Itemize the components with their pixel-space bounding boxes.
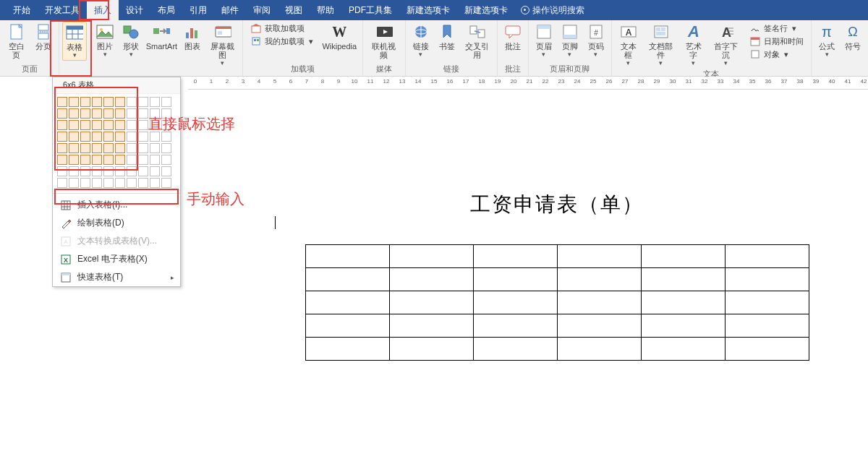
- grid-cell[interactable]: [103, 108, 114, 119]
- grid-cell[interactable]: [115, 132, 125, 142]
- grid-cell[interactable]: [150, 166, 160, 176]
- tell-me[interactable]: 操作说明搜索: [515, 4, 590, 17]
- tab-custom2[interactable]: 新建选项卡: [457, 0, 515, 20]
- grid-cell[interactable]: [150, 132, 160, 142]
- grid-cell[interactable]: [115, 120, 125, 130]
- textbox-button[interactable]: A 文本框 ▾: [615, 22, 642, 68]
- footer-button[interactable]: 页脚 ▾: [558, 22, 582, 59]
- my-addins-button[interactable]: 我的加载项 ▾: [246, 35, 318, 48]
- grid-cell[interactable]: [57, 155, 67, 165]
- grid-cell[interactable]: [150, 143, 160, 153]
- table-split-button[interactable]: 表格 ▾: [62, 22, 87, 61]
- table-cell[interactable]: [473, 314, 557, 338]
- grid-cell[interactable]: [92, 166, 102, 176]
- table-cell[interactable]: [641, 338, 725, 361]
- grid-cell[interactable]: [150, 178, 160, 188]
- grid-cell[interactable]: [57, 132, 67, 142]
- grid-cell[interactable]: [80, 108, 90, 119]
- grid-cell[interactable]: [92, 132, 102, 142]
- symbol-button[interactable]: Ω 符号: [841, 22, 865, 52]
- dropcap-button[interactable]: A 首字下沉 ▾: [709, 22, 744, 68]
- wordart-button[interactable]: A 艺术字 ▾: [680, 22, 707, 68]
- excel-spreadsheet-menu-item[interactable]: X Excel 电子表格(X): [53, 250, 180, 268]
- tab-developer[interactable]: 开发工具: [38, 0, 87, 20]
- grid-cell[interactable]: [103, 97, 114, 107]
- table-cell[interactable]: [725, 291, 809, 314]
- tab-mailings[interactable]: 邮件: [214, 0, 246, 20]
- grid-cell[interactable]: [57, 97, 67, 107]
- table-cell[interactable]: [641, 245, 725, 268]
- grid-cell[interactable]: [103, 166, 114, 176]
- grid-cell[interactable]: [127, 143, 137, 153]
- grid-cell[interactable]: [138, 166, 148, 176]
- grid-cell[interactable]: [69, 166, 79, 176]
- grid-cell[interactable]: [69, 97, 79, 107]
- table-grid-picker[interactable]: [53, 94, 180, 191]
- grid-cell[interactable]: [138, 178, 148, 188]
- table-cell[interactable]: [305, 245, 389, 268]
- grid-cell[interactable]: [161, 132, 171, 142]
- table-cell[interactable]: [389, 245, 473, 268]
- table-cell[interactable]: [389, 268, 473, 291]
- tab-references[interactable]: 引用: [182, 0, 214, 20]
- document-page[interactable]: 工资申请表（单）: [275, 191, 839, 361]
- table-cell[interactable]: [557, 338, 641, 361]
- blank-page-button[interactable]: 空白页: [3, 22, 30, 61]
- tab-insert[interactable]: 插入: [87, 0, 119, 20]
- grid-cell[interactable]: [115, 166, 125, 176]
- table-cell[interactable]: [389, 314, 473, 338]
- grid-cell[interactable]: [138, 143, 148, 153]
- grid-cell[interactable]: [80, 178, 90, 188]
- grid-cell[interactable]: [69, 143, 79, 153]
- link-button[interactable]: 链接 ▾: [409, 22, 433, 59]
- horizontal-ruler[interactable]: 0123456789101112131415161718192021222324…: [188, 77, 868, 90]
- grid-cell[interactable]: [80, 143, 90, 153]
- quick-parts-button[interactable]: 文档部件 ▾: [644, 22, 678, 68]
- grid-cell[interactable]: [138, 108, 148, 119]
- table-cell[interactable]: [389, 291, 473, 314]
- table-cell[interactable]: [725, 245, 809, 268]
- table-cell[interactable]: [473, 291, 557, 314]
- quick-tables-menu-item[interactable]: 快速表格(T) ▸: [53, 268, 180, 286]
- grid-cell[interactable]: [127, 97, 137, 107]
- grid-cell[interactable]: [80, 97, 90, 107]
- grid-cell[interactable]: [103, 178, 114, 188]
- grid-cell[interactable]: [150, 97, 160, 107]
- grid-cell[interactable]: [138, 97, 148, 107]
- table-cell[interactable]: [725, 338, 809, 361]
- grid-cell[interactable]: [103, 120, 114, 130]
- object-button[interactable]: 对象 ▾: [745, 48, 808, 61]
- table-cell[interactable]: [557, 314, 641, 338]
- table-cell[interactable]: [305, 291, 389, 314]
- tab-help[interactable]: 帮助: [310, 0, 341, 20]
- grid-cell[interactable]: [127, 108, 137, 119]
- smartart-button[interactable]: SmartArt: [145, 22, 178, 52]
- grid-cell[interactable]: [80, 155, 90, 165]
- table-cell[interactable]: [305, 314, 389, 338]
- grid-cell[interactable]: [57, 178, 67, 188]
- bookmark-button[interactable]: 书签: [435, 22, 459, 52]
- table-cell[interactable]: [641, 268, 725, 291]
- signature-line-button[interactable]: 签名行 ▾: [745, 22, 808, 35]
- tab-pdf[interactable]: PDF工具集: [341, 0, 399, 20]
- grid-cell[interactable]: [80, 132, 90, 142]
- tab-layout[interactable]: 布局: [150, 0, 182, 20]
- shapes-button[interactable]: 形状 ▾: [119, 22, 143, 59]
- table-cell[interactable]: [725, 268, 809, 291]
- grid-cell[interactable]: [92, 155, 102, 165]
- equation-button[interactable]: π 公式 ▾: [814, 22, 839, 59]
- insert-table-menu-item[interactable]: 插入表格(I)...: [53, 196, 180, 214]
- table-cell[interactable]: [473, 338, 557, 361]
- screenshot-button[interactable]: 屏幕截图 ▾: [206, 22, 240, 68]
- grid-cell[interactable]: [115, 143, 125, 153]
- tab-custom1[interactable]: 新建选项卡: [399, 0, 457, 20]
- tab-design[interactable]: 设计: [119, 0, 150, 20]
- tab-view[interactable]: 视图: [278, 0, 310, 20]
- wikipedia-button[interactable]: W Wikipedia: [319, 22, 359, 52]
- table-cell[interactable]: [725, 314, 809, 338]
- grid-cell[interactable]: [150, 120, 160, 130]
- grid-cell[interactable]: [69, 155, 79, 165]
- grid-cell[interactable]: [161, 166, 171, 176]
- table-cell[interactable]: [473, 268, 557, 291]
- table-cell[interactable]: [389, 338, 473, 361]
